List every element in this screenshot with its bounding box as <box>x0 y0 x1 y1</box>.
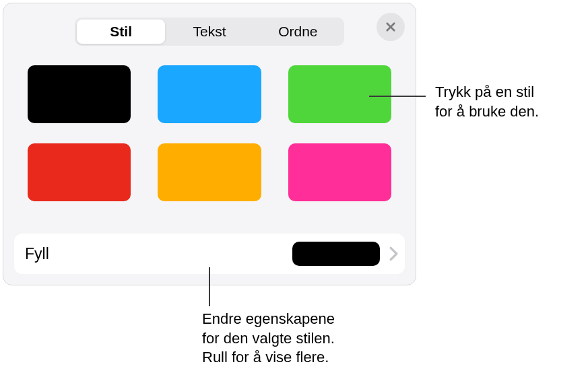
tab-text-label: Tekst <box>193 24 226 40</box>
callout-text: Endre egenskapene for den valgte stilen.… <box>202 310 335 368</box>
tab-text[interactable]: Tekst <box>165 20 253 44</box>
tab-segmented-control: Stil Tekst Ordne <box>75 18 344 46</box>
callout-connector <box>369 96 426 97</box>
tab-style-label: Stil <box>110 24 132 40</box>
style-swatch[interactable] <box>158 65 261 123</box>
fill-color-chip <box>292 242 380 266</box>
style-swatch[interactable] <box>28 65 131 123</box>
tab-arrange-label: Ordne <box>278 24 317 40</box>
chevron-right-icon <box>389 246 398 261</box>
format-panel: Stil Tekst Ordne Fyll <box>3 3 416 285</box>
close-button[interactable] <box>377 13 405 41</box>
callout-text: Trykk på en stil for å bruke den. <box>435 83 539 121</box>
style-swatch[interactable] <box>288 65 391 123</box>
fill-label: Fyll <box>25 245 49 263</box>
tab-arrange[interactable]: Ordne <box>254 20 342 44</box>
style-swatch[interactable] <box>28 143 131 201</box>
style-swatch[interactable] <box>288 143 391 201</box>
panel-header: Stil Tekst Ordne <box>3 3 416 50</box>
tab-style[interactable]: Stil <box>77 20 165 44</box>
callout-connector <box>209 267 210 306</box>
style-swatch[interactable] <box>158 143 261 201</box>
close-icon <box>385 21 397 33</box>
style-swatch-grid <box>28 65 391 201</box>
